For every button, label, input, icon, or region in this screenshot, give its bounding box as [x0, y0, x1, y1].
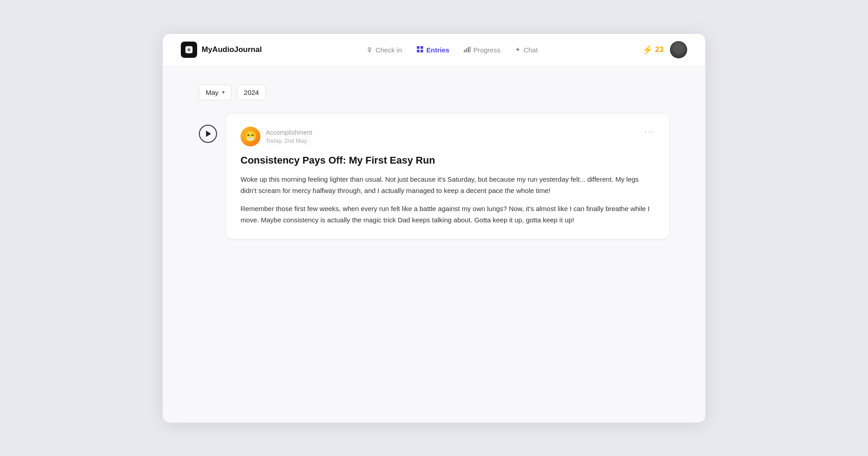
- avatar-image: [670, 41, 687, 58]
- entries-icon: [416, 46, 424, 54]
- streak-badge: ⚡ 23: [642, 44, 664, 55]
- entry-paragraph-1: Woke up this morning feeling lighter tha…: [241, 174, 655, 197]
- nav-item-check-in[interactable]: 🎙 Check in: [366, 43, 402, 56]
- svg-point-2: [189, 49, 189, 50]
- nav-item-chat[interactable]: ✦ Chat: [515, 43, 538, 56]
- nav-label-entries: Entries: [426, 46, 449, 54]
- nav-label-chat: Chat: [524, 46, 538, 54]
- entry-paragraph-2: Remember those first few weeks, when eve…: [241, 203, 655, 226]
- chevron-down-icon: ▾: [222, 89, 225, 95]
- app-name: MyAudioJournal: [202, 45, 262, 54]
- nav-item-progress[interactable]: Progress: [464, 43, 500, 56]
- entry-card: 😁 Accomplishment Today, 2nd May ··· Cons…: [226, 114, 669, 239]
- entry-header: 😁 Accomplishment Today, 2nd May ···: [241, 127, 655, 146]
- svg-rect-3: [417, 46, 420, 49]
- nav-label-check-in: Check in: [376, 46, 402, 54]
- streak-count: 23: [655, 45, 664, 54]
- month-value: May: [206, 89, 218, 96]
- app-window: MyAudioJournal 🎙 Check in Entries: [163, 34, 705, 423]
- progress-icon: [464, 46, 471, 54]
- svg-rect-4: [420, 46, 423, 49]
- entry-emoji: 😁: [241, 127, 260, 146]
- entry-meta: 😁 Accomplishment Today, 2nd May: [241, 127, 312, 146]
- entry-body: Woke up this morning feeling lighter tha…: [241, 174, 655, 226]
- year-display: 2024: [237, 85, 265, 100]
- month-selector[interactable]: May ▾: [199, 85, 231, 100]
- header-right: ⚡ 23: [642, 41, 687, 58]
- play-button[interactable]: [199, 125, 217, 143]
- microphone-icon: 🎙: [366, 46, 373, 54]
- entry-date: Today, 2nd May: [266, 137, 312, 144]
- svg-rect-8: [466, 48, 467, 52]
- svg-rect-7: [464, 50, 465, 52]
- nav-item-entries[interactable]: Entries: [416, 43, 449, 57]
- header: MyAudioJournal 🎙 Check in Entries: [163, 34, 705, 66]
- entry-row: 😁 Accomplishment Today, 2nd May ··· Cons…: [199, 114, 669, 239]
- year-value: 2024: [244, 89, 259, 96]
- entry-title: Consistency Pays Off: My First Easy Run: [241, 155, 655, 166]
- nav-label-progress: Progress: [473, 46, 500, 54]
- user-avatar[interactable]: [670, 41, 687, 58]
- svg-rect-6: [420, 50, 423, 52]
- entry-type: Accomplishment: [266, 129, 312, 136]
- svg-rect-5: [417, 50, 420, 52]
- entry-menu-button[interactable]: ···: [644, 127, 655, 136]
- lightning-icon: ⚡: [642, 44, 653, 55]
- main-content: May ▾ 2024 😁: [163, 66, 705, 423]
- logo-area: MyAudioJournal: [181, 42, 262, 58]
- svg-rect-10: [470, 46, 471, 52]
- app-logo-icon: [181, 42, 197, 58]
- chat-sparkle-icon: ✦: [515, 46, 521, 54]
- entry-type-date: Accomplishment Today, 2nd May: [266, 129, 312, 144]
- date-filter: May ▾ 2024: [199, 85, 669, 100]
- main-nav: 🎙 Check in Entries: [366, 43, 538, 57]
- svg-rect-9: [468, 47, 469, 52]
